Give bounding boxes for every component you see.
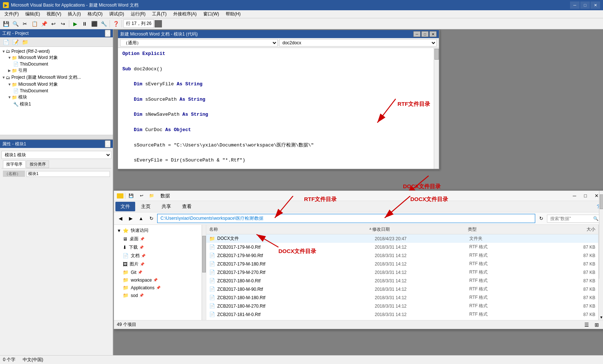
- tree-modules[interactable]: ▼ 📁 模块: [7, 94, 111, 101]
- nav-git[interactable]: 📁 Git 📌: [121, 268, 200, 276]
- toolbar-save[interactable]: 💾: [1, 20, 10, 28]
- tree-project2[interactable]: ▼ 🗂 Project (新建 Microsoft Word 文档...: [1, 74, 111, 81]
- view-object-btn[interactable]: 📄: [1, 38, 10, 46]
- tab-alphabetical[interactable]: 按字母序: [3, 160, 26, 168]
- vba-scrollbar[interactable]: [434, 48, 439, 169]
- nav-workspace[interactable]: 📁 workspace 📌: [121, 276, 200, 284]
- explorer-maximize[interactable]: □: [581, 192, 590, 200]
- vba-close[interactable]: ✕: [429, 31, 437, 37]
- toolbar-search[interactable]: 🔍: [11, 20, 20, 28]
- project-panel-close[interactable]: ✕: [105, 30, 111, 37]
- file-row-6[interactable]: 📄 ZCB2017-180-M-180.Rtf 2018/3/31 14:12 …: [206, 293, 598, 302]
- toolbar-undo[interactable]: ↩: [49, 20, 58, 28]
- file-row-docx[interactable]: 📁 DOCX文件 2018/4/23 20:47 文件夹: [206, 234, 598, 243]
- scrollbar-thumb[interactable]: [434, 49, 439, 60]
- maximize-button[interactable]: □: [580, 1, 590, 9]
- col-type[interactable]: 类型: [468, 226, 532, 233]
- address-refresh-btn[interactable]: ↻: [537, 215, 545, 223]
- toolbar-help[interactable]: ❓: [111, 20, 120, 28]
- menu-window[interactable]: 窗口(W): [200, 10, 222, 18]
- quick-folder-btn[interactable]: 📁: [147, 192, 156, 200]
- view-code-btn[interactable]: 📝: [11, 38, 20, 46]
- explorer-minimize[interactable]: ─: [570, 192, 579, 200]
- toolbar-cut[interactable]: ✂: [21, 20, 29, 28]
- nav-refresh[interactable]: ↻: [147, 215, 156, 223]
- menu-tools[interactable]: 工具(T): [149, 10, 169, 18]
- props-value-name[interactable]: [26, 171, 110, 177]
- tree-module1[interactable]: 🔧 模块1: [13, 101, 111, 108]
- file-row-5[interactable]: 📄 ZCB2017-180-M-90.Rtf 2018/3/31 14:12 R…: [206, 285, 598, 293]
- quick-save-btn[interactable]: 💾: [127, 192, 136, 200]
- menu-view[interactable]: 视图(V): [44, 10, 64, 18]
- menu-debug[interactable]: 调试(D): [106, 10, 127, 18]
- nav-downloads[interactable]: ⬇ 下载 📌: [121, 243, 200, 252]
- menu-format[interactable]: 格式(O): [85, 10, 106, 18]
- toolbar-paste[interactable]: 📌: [40, 20, 48, 28]
- module-select[interactable]: 模块1 模块: [1, 151, 111, 159]
- file-row-4[interactable]: 📄 ZCB2017-180-M-0.Rtf 2018/3/31 14:12 RT…: [206, 276, 598, 285]
- search-bar[interactable]: 🔍: [547, 215, 602, 223]
- tree-this-doc2[interactable]: 📄 ThisDocument: [13, 88, 111, 94]
- tree-project1[interactable]: ▼ 🗂 Project (Rtf-2-word): [1, 48, 111, 54]
- minimize-button[interactable]: ─: [570, 1, 580, 9]
- nav-desktop[interactable]: 🖥 桌面 📌: [121, 235, 200, 243]
- toolbar-redo[interactable]: ↪: [59, 20, 67, 28]
- tab-view[interactable]: 查看: [177, 202, 197, 211]
- menu-file[interactable]: 文件(F): [1, 10, 22, 18]
- toolbar-stop[interactable]: ⬛: [90, 20, 99, 28]
- tab-share[interactable]: 共享: [156, 202, 176, 211]
- nav-applications[interactable]: 📁 Applications 📌: [121, 284, 200, 291]
- nav-forward[interactable]: ▶: [126, 215, 135, 223]
- menu-run[interactable]: 运行(R): [128, 10, 149, 18]
- close-button[interactable]: ✕: [591, 1, 600, 9]
- col-date[interactable]: 修改日期: [372, 226, 468, 233]
- quick-access-header[interactable]: ▼ ⭐ 快速访问: [115, 226, 200, 235]
- address-bar[interactable]: C:\Users\yxiao\Documents\workspace\医疗检测\…: [157, 214, 535, 223]
- nav-back[interactable]: ◀: [116, 215, 125, 223]
- file-row-7[interactable]: 📄 ZCB2017-180-M-270.Rtf 2018/3/31 14:12 …: [206, 302, 598, 310]
- tab-categorical[interactable]: 按分类序: [26, 160, 49, 168]
- file-row-3[interactable]: 📄 ZCB2017-179-M-270.Rtf 2018/3/31 14:12 …: [206, 268, 598, 276]
- list-view-btn[interactable]: ☰: [582, 321, 591, 329]
- toggle-folders-btn[interactable]: 📁: [21, 38, 29, 46]
- menu-help[interactable]: 帮助(H): [223, 10, 244, 18]
- menu-addins[interactable]: 外接程序(A): [170, 10, 200, 18]
- tab-file[interactable]: 文件: [115, 202, 135, 211]
- tree-word-objects2[interactable]: ▼ 📁 Microsoft Word 对象: [7, 81, 111, 88]
- vba-scope-dropdown[interactable]: （通用）: [120, 39, 278, 47]
- sidebar-scrollbar-thumb[interactable]: [202, 236, 206, 272]
- project-tree[interactable]: ▼ 🗂 Project (Rtf-2-word) ▼ 📁 Microsoft W…: [0, 47, 113, 135]
- file-row-0[interactable]: 📄 ZCB2017-179-M-0.Rtf 2018/3/31 14:12 RT…: [206, 243, 598, 251]
- properties-close[interactable]: ✕: [105, 140, 111, 148]
- vba-proc-dropdown[interactable]: doc2docx: [279, 39, 437, 47]
- toolbar-run[interactable]: ▶: [71, 20, 79, 28]
- file-size-8: 87 KB: [532, 312, 595, 317]
- toolbar-design[interactable]: 🔧: [99, 20, 108, 28]
- grid-view-btn[interactable]: ⊞: [592, 321, 601, 329]
- vba-maximize[interactable]: □: [421, 31, 429, 37]
- file-row-2[interactable]: 📄 ZCB2017-179-M-180.Rtf 2018/3/31 14:12 …: [206, 260, 598, 268]
- vba-code-editor[interactable]: Option Explicit Sub doc2docx() Dim sEver…: [118, 48, 439, 169]
- nav-sod[interactable]: 📁 sod 📌: [121, 291, 200, 299]
- nav-documents[interactable]: 📄 文档 📌: [121, 252, 200, 260]
- tree-references1[interactable]: ▶ 📁 引用: [7, 67, 111, 74]
- file-row-8[interactable]: 📄 ZCB2017-181-M-0.Rtf 2018/3/31 14:12 RT…: [206, 310, 598, 318]
- scroll-down-btn[interactable]: ▼: [600, 315, 603, 319]
- tree-this-doc1[interactable]: 📄 ThisDocument: [13, 61, 111, 67]
- search-input[interactable]: [550, 216, 592, 221]
- vba-minimize[interactable]: ─: [413, 31, 421, 37]
- toolbar-copy[interactable]: 📋: [30, 20, 39, 28]
- project-scrollbar[interactable]: [0, 135, 113, 139]
- col-size[interactable]: 大小: [532, 226, 595, 233]
- quick-undo-btn[interactable]: ↩: [137, 192, 146, 200]
- menu-edit[interactable]: 编辑(E): [22, 10, 43, 18]
- nav-pictures[interactable]: 🖼 图片 📌: [121, 260, 200, 268]
- tab-home[interactable]: 主页: [136, 202, 156, 211]
- menu-insert[interactable]: 插入(I): [65, 10, 84, 18]
- file-row-1[interactable]: 📄 ZCB2017-179-M-90.Rtf 2018/3/31 14:12 R…: [206, 251, 598, 260]
- toolbar-pause[interactable]: ⏸: [80, 20, 89, 28]
- sidebar-scrollbar[interactable]: [202, 225, 206, 320]
- col-name[interactable]: 名称: [209, 226, 369, 233]
- tree-word-objects1[interactable]: ▼ 📁 Microsoft Word 对象: [7, 54, 111, 61]
- nav-up[interactable]: ▲: [137, 215, 145, 223]
